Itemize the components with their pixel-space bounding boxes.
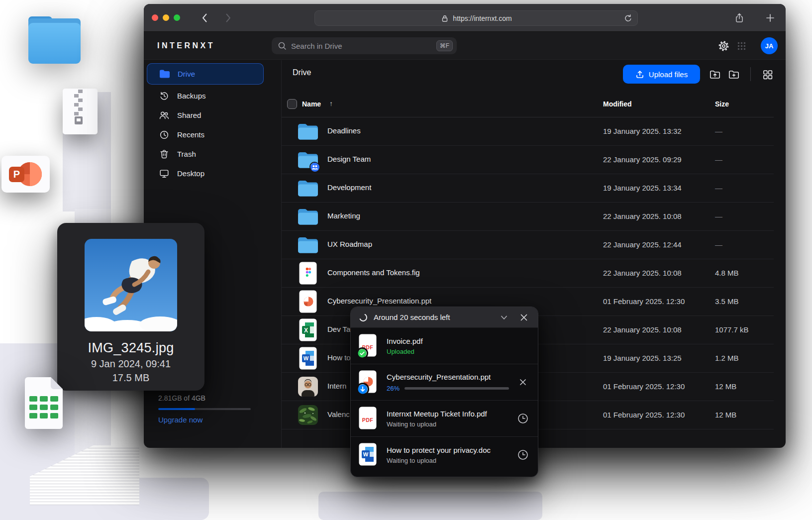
- upload-item-status: Waiting to upload: [387, 420, 509, 428]
- file-name: UX Roadmap: [327, 240, 372, 248]
- storage-usage-label: 2.81GB of 4GB: [158, 394, 258, 402]
- sidebar-item-trash[interactable]: Trash: [147, 144, 264, 164]
- traffic-lights: [152, 14, 180, 21]
- column-header-modified[interactable]: Modified: [603, 100, 632, 108]
- sidebar-item-recents[interactable]: Recents: [147, 125, 264, 144]
- sidebar-item-label: Drive: [178, 70, 195, 78]
- grid-view-icon[interactable]: [762, 69, 774, 81]
- search-input[interactable]: Search in Drive ⌘F: [272, 37, 457, 54]
- photo-thumbnail: [85, 239, 177, 331]
- upload-item-status: Uploaded: [387, 348, 509, 355]
- file-name: Marketing: [327, 211, 360, 220]
- app-header: INTERNXT Search in Drive ⌘F: [144, 32, 786, 60]
- close-window-button[interactable]: [152, 14, 158, 21]
- sidebar-item-shared[interactable]: Shared: [147, 105, 264, 125]
- pdf-file-icon: PDF: [359, 407, 379, 429]
- storage-widget: 2.81GB of 4GB Upgrade now: [158, 394, 258, 424]
- word-file-icon: W: [359, 443, 379, 466]
- cancel-upload-icon[interactable]: [518, 378, 527, 387]
- preview-date: 9 Jan 2024, 09:41: [57, 358, 204, 370]
- uploading-arrow-icon: [356, 383, 369, 396]
- file-row[interactable]: Marketing 22 January 2025. 10:08 —: [282, 203, 774, 231]
- background-sheet: [318, 492, 542, 520]
- table-header: Name ↑ Modified Size: [282, 95, 774, 117]
- search-shortcut-badge: ⌘F: [436, 40, 453, 51]
- recents-icon: [158, 129, 170, 141]
- apps-grid-icon[interactable]: [737, 42, 746, 50]
- file-modified: 22 January 2025. 10:08: [603, 212, 682, 220]
- chevron-down-icon[interactable]: [499, 312, 509, 322]
- waiting-clock-icon: [517, 449, 528, 460]
- photo-thumbnail: [297, 404, 319, 426]
- settings-gear-icon[interactable]: [718, 40, 729, 52]
- uploaded-check-icon: [356, 347, 368, 359]
- file-modified: 22 January 2025. 10:08: [603, 325, 682, 334]
- sidebar-item-label: Desktop: [177, 169, 204, 178]
- column-header-name[interactable]: Name: [302, 100, 321, 108]
- browser-chrome: https://internxt.com: [144, 4, 786, 32]
- avatar[interactable]: JA: [761, 37, 778, 54]
- folder-icon: [297, 120, 319, 142]
- file-name: Deadlines: [327, 126, 361, 135]
- upload-item-name: How to protect your privacy.doc: [387, 446, 509, 454]
- new-tab-icon[interactable]: [765, 12, 776, 23]
- svg-text:X: X: [304, 327, 308, 334]
- image-preview-card[interactable]: IMG_3245.jpg 9 Jan 2024, 09:41 17.5 MB: [57, 223, 204, 391]
- file-size: —: [715, 212, 722, 220]
- sidebar-item-backups[interactable]: Backups: [147, 86, 264, 105]
- svg-text:W: W: [363, 451, 369, 457]
- file-name: Components and Tokens.fig: [327, 268, 420, 277]
- preview-filename: IMG_3245.jpg: [57, 340, 204, 356]
- share-icon[interactable]: [734, 12, 745, 23]
- file-size: —: [715, 155, 722, 164]
- zoom-window-button[interactable]: [174, 14, 180, 21]
- minimize-window-button[interactable]: [163, 14, 169, 21]
- new-folder-icon[interactable]: [728, 69, 740, 81]
- sidebar-item-drive[interactable]: Drive: [147, 63, 264, 85]
- close-icon[interactable]: [519, 312, 529, 322]
- svg-text:P: P: [13, 169, 20, 180]
- upload-icon: [635, 70, 644, 79]
- folder-icon: [297, 234, 319, 256]
- file-row[interactable]: UX Roadmap 22 January 2025. 12:44 —: [282, 231, 774, 259]
- address-bar[interactable]: https://internxt.com: [314, 10, 638, 26]
- excel-file-icon: X: [297, 319, 319, 341]
- upload-files-button[interactable]: Upload files: [623, 65, 700, 84]
- sidebar-item-desktop[interactable]: Desktop: [147, 164, 264, 183]
- search-icon: [278, 41, 287, 50]
- upload-folder-icon[interactable]: [709, 69, 721, 81]
- file-modified: 01 February 2025. 12:30: [603, 382, 685, 391]
- file-modified: 22 January 2025. 09:29: [603, 155, 682, 164]
- lock-icon: [440, 14, 449, 23]
- forward-icon[interactable]: [222, 12, 233, 23]
- file-name: Cybersecurity_Presentation.ppt: [327, 297, 431, 305]
- column-header-size[interactable]: Size: [715, 100, 729, 108]
- reload-icon[interactable]: [623, 13, 633, 23]
- sidebar-item-label: Backups: [177, 92, 206, 100]
- storage-progress-bar: [158, 408, 251, 410]
- svg-text:W: W: [304, 355, 309, 361]
- file-name: Development: [327, 183, 371, 192]
- upload-item: Cybersecurity_Presentation.ppt 26%: [351, 364, 538, 401]
- back-icon[interactable]: [200, 12, 210, 23]
- upload-progress-bar: [405, 387, 509, 390]
- backups-icon: [158, 90, 170, 102]
- file-modified: 22 January 2025. 10:08: [603, 269, 682, 277]
- sidebar-item-label: Shared: [177, 111, 201, 119]
- upload-item: PDF Internxt Meetup Ticket Info.pdf Wait…: [351, 401, 538, 437]
- file-row[interactable]: Deadlines 19 January 2025. 13:32 —: [282, 117, 774, 146]
- file-row[interactable]: Design Team 22 January 2025. 09:29 —: [282, 146, 774, 174]
- upload-popup-header: Around 20 seconds left: [351, 307, 538, 328]
- file-size: 1.2 MB: [715, 354, 739, 362]
- file-name: Dev Ta: [327, 325, 350, 333]
- upgrade-now-link[interactable]: Upgrade now: [158, 416, 258, 424]
- select-all-checkbox[interactable]: [287, 99, 297, 109]
- desktop-icon: [158, 168, 170, 180]
- file-row[interactable]: Components and Tokens.fig 22 January 202…: [282, 259, 774, 288]
- sort-ascending-icon[interactable]: ↑: [329, 100, 333, 107]
- svg-text:PDF: PDF: [362, 417, 374, 423]
- file-size: —: [715, 127, 722, 135]
- folder-icon: [297, 177, 319, 199]
- figma-file-icon: [297, 262, 319, 284]
- file-row[interactable]: Development 19 January 2025. 13:34 —: [282, 174, 774, 203]
